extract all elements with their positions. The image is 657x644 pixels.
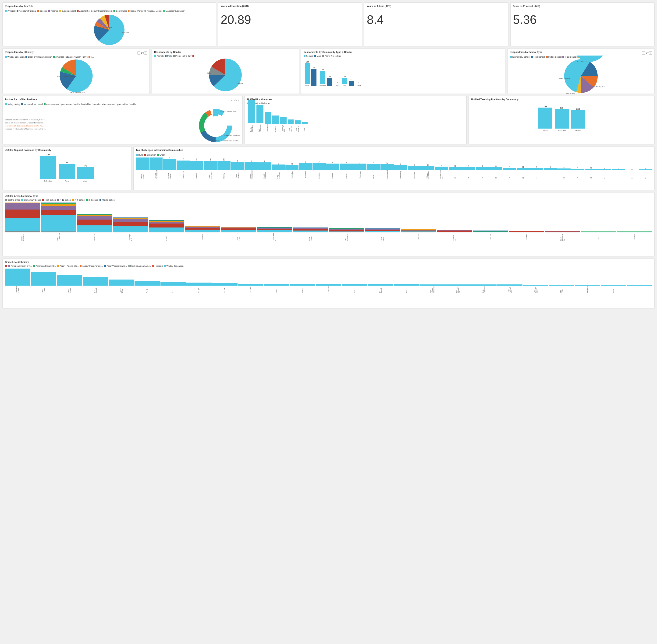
rural-sup-label: Rural bbox=[65, 180, 69, 182]
ust-stacked bbox=[221, 227, 256, 232]
gender-pie-svg: Male Female bbox=[202, 55, 249, 92]
tc-bar-val: 73 bbox=[373, 162, 374, 164]
cg-dot bbox=[304, 55, 306, 57]
tc-dot bbox=[144, 154, 146, 156]
unfilled-areas-bars: 245 Special Education Early Childhood/..… bbox=[247, 106, 464, 138]
ust-segment bbox=[185, 228, 220, 230]
math-label: Mathematics bbox=[267, 124, 269, 132]
factors-card: Factors for Unfilled Positions ‹ 1/9 › S… bbox=[2, 96, 243, 144]
grade-bar bbox=[264, 284, 289, 285]
tc-bar-label: 2 bbox=[631, 170, 633, 179]
tc-bar bbox=[421, 166, 434, 170]
ust-segment bbox=[365, 232, 400, 232]
grade-bar-group: High School (Homebound) bbox=[419, 284, 445, 293]
unfilled-teaching-bars: 142 Rural 132 Suburban 124 Urban bbox=[471, 102, 652, 137]
tc-bar-label: 23 bbox=[522, 170, 524, 179]
cg-dot bbox=[314, 55, 316, 57]
lang-bar-group: Language Arts bbox=[280, 117, 287, 132]
grade-bar bbox=[575, 285, 600, 285]
tc-legend-item: Suburban bbox=[144, 154, 156, 156]
unfilled-support-card: Unfilled Support Positions by Community … bbox=[2, 146, 131, 190]
school-next[interactable]: › bbox=[649, 51, 652, 54]
ust-segment bbox=[149, 222, 184, 224]
ge-dot bbox=[5, 265, 7, 267]
sci-bar bbox=[272, 115, 279, 124]
tc-bar-label: College Readiness bbox=[426, 170, 430, 179]
tc-bar-val: 126 bbox=[169, 158, 171, 159]
unfilled-school-type-title: Unfilled Areas by School Type bbox=[5, 195, 652, 198]
ust-bar-label: Other Health... bbox=[237, 233, 240, 241]
tc-legend-item: Urban bbox=[157, 154, 166, 156]
tc-bar bbox=[217, 161, 231, 170]
st-dot bbox=[531, 56, 533, 58]
factors-legend: Salary, SalaryWorkload, WorkloadAbundanc… bbox=[5, 103, 240, 106]
ust-bar-label: Science bbox=[166, 233, 167, 241]
row-5: Unfilled Areas by School Type Central Of… bbox=[2, 192, 655, 256]
tc-bar bbox=[557, 168, 570, 170]
years-admin-title: Years as Admin (AVG) bbox=[367, 5, 506, 7]
grade-bar-label: K bbox=[172, 286, 174, 293]
ust-segment bbox=[41, 204, 76, 206]
tc-bar-group: 63 Early Childhood bbox=[272, 163, 285, 179]
gender-pie-container: Male Female bbox=[154, 59, 297, 89]
sub-female-bar bbox=[320, 71, 325, 84]
tc-bar-val: 16 bbox=[563, 167, 565, 168]
tc-bar-label: Other bbox=[373, 170, 374, 179]
row-4: Unfilled Support Positions by Community … bbox=[2, 146, 655, 190]
grade-bar-group: Pk-Bla+ bbox=[290, 284, 315, 293]
grade-bar-label: Pre-K B bbox=[224, 286, 226, 293]
tc-bar bbox=[489, 167, 502, 170]
job-title-card: Respondents by Job Title PrincipalAssist… bbox=[2, 2, 216, 46]
tc-bar-val: 96 bbox=[237, 160, 239, 162]
grade-bar bbox=[394, 284, 419, 285]
workload-label-svg: Workload, Workload: 162 bbox=[224, 134, 240, 137]
tc-bar-group: 73 Other bbox=[367, 162, 380, 179]
ust-segment bbox=[401, 231, 436, 232]
urban-sup-group: 76 Urban bbox=[77, 165, 94, 182]
factors-prev[interactable]: ‹ bbox=[230, 99, 233, 102]
factors-next[interactable]: › bbox=[237, 99, 240, 102]
ethnicity-prev[interactable]: ‹ bbox=[137, 51, 140, 54]
job-legend-label: Principal Mentor bbox=[147, 10, 162, 12]
sub-sup-label: Suburban bbox=[44, 180, 52, 182]
tc-bar-val: 14 bbox=[577, 167, 578, 169]
grade-bar-label: Pre-K A bbox=[198, 286, 200, 293]
job-legend-item: Superintendent bbox=[59, 10, 76, 12]
tc-bar-label: 6 bbox=[644, 170, 646, 179]
factor-1: School/District Expectations of Teachers… bbox=[5, 119, 196, 121]
tc-bar-label: Assessment bbox=[386, 170, 388, 179]
ethnicity-next[interactable]: › bbox=[144, 51, 147, 54]
ust-legend-item: Elementary School bbox=[21, 199, 42, 201]
ust-stacked bbox=[5, 203, 40, 232]
job-dot bbox=[77, 10, 79, 12]
ust-bar-label: Other STEM bbox=[381, 233, 384, 241]
ust-segment bbox=[5, 203, 40, 209]
ust-bar-group: Other Used in... bbox=[257, 228, 292, 241]
eth-label: Black or African American bbox=[28, 56, 52, 58]
ust-dot bbox=[21, 199, 23, 201]
school-prev[interactable]: ‹ bbox=[642, 51, 645, 54]
ust-segment bbox=[5, 209, 40, 218]
grade-bar-group: K-8+ bbox=[394, 284, 419, 293]
null2-label: null bbox=[344, 85, 346, 87]
other-label: Other bbox=[357, 85, 361, 87]
ge-label: American Indian or A... bbox=[11, 265, 32, 267]
urban-teach-val: 124 bbox=[576, 108, 580, 110]
other-val: 1 bbox=[358, 82, 359, 84]
tc-bar-group: 76 Diversity bbox=[340, 162, 353, 179]
ge-dot bbox=[57, 265, 59, 267]
tc-bar-val: 6 bbox=[644, 168, 646, 169]
ust-segment bbox=[437, 232, 472, 232]
ust-dot bbox=[57, 199, 59, 201]
spec-ed-bar-group: 245 Special Education bbox=[248, 97, 255, 132]
grade-bar-label: K-8+ bbox=[406, 286, 407, 293]
tc-bar-val: 39 bbox=[441, 165, 442, 167]
ust-segment bbox=[41, 210, 76, 215]
ust-bar-label: Other Arts bbox=[202, 233, 203, 241]
tc-bar-label: Poverty bbox=[332, 170, 333, 179]
factors-labels: School/District Expectations of Teachers… bbox=[5, 119, 196, 130]
tc-bar-label: Literacy bbox=[223, 170, 225, 179]
tc-bar-group: 104 Staff Retention bbox=[204, 158, 217, 179]
cg-label: Prefer Not to Say bbox=[325, 55, 341, 57]
job-dot bbox=[48, 10, 50, 12]
